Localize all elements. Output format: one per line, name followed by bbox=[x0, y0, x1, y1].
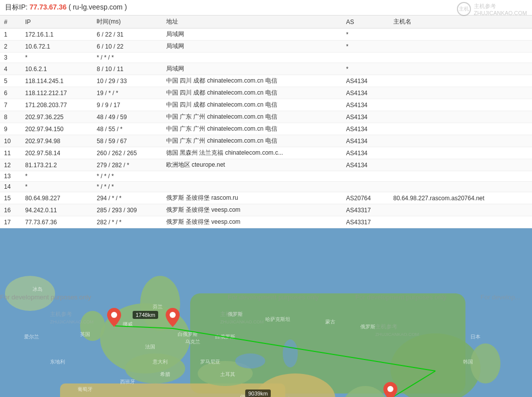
cell-ip: 202.97.58.14 bbox=[21, 147, 93, 159]
cell-as: AS4134 bbox=[342, 135, 389, 147]
svg-text:蒙古: 蒙古 bbox=[325, 319, 335, 324]
cell-num: 6 bbox=[0, 87, 21, 99]
table-row: 4 10.6.2.1 8 / 10 / 11 局域网 * bbox=[0, 63, 532, 75]
cell-as: AS4134 bbox=[342, 99, 389, 111]
map-svg: 冰岛 爱尔兰 英国 挪威 芬兰 法国 意大利 西班牙 葡萄牙 希腊 乌克兰 罗马… bbox=[0, 228, 532, 397]
traceroute-table: # IP 时间(ms) 地址 AS 主机名 1 172.16.1.1 6 / 2… bbox=[0, 16, 532, 228]
col-as: AS bbox=[342, 16, 389, 29]
cell-hostname bbox=[389, 75, 532, 87]
cell-time: * / * / * bbox=[93, 182, 162, 192]
cell-addr: 中国 广东 广州 chinatelecom.com.cn 电信 bbox=[162, 123, 342, 135]
cell-addr: 局域网 bbox=[162, 41, 342, 53]
table-row: 1 172.16.1.1 6 / 22 / 31 局域网 * bbox=[0, 29, 532, 41]
table-row: 15 80.64.98.227 294 / * / * 俄罗斯 圣彼得堡 ras… bbox=[0, 192, 532, 204]
table-row: 2 10.6.72.1 6 / 10 / 22 局域网 * bbox=[0, 41, 532, 53]
svg-text:ZHUJICANKAO.COM: ZHUJICANKAO.COM bbox=[375, 332, 419, 337]
cell-hostname bbox=[389, 135, 532, 147]
cell-ip: 202.97.94.98 bbox=[21, 135, 93, 147]
cell-as bbox=[342, 171, 389, 182]
cell-addr: 俄罗斯 圣彼得堡 veesp.com bbox=[162, 216, 342, 228]
cell-as: * bbox=[342, 29, 389, 41]
cell-ip: 10.6.2.1 bbox=[21, 63, 93, 75]
svg-point-13 bbox=[235, 353, 265, 368]
cell-ip: 77.73.67.36 bbox=[21, 216, 93, 228]
cell-time: 8 / 10 / 11 bbox=[93, 63, 162, 75]
cell-time: 294 / * / * bbox=[93, 192, 162, 204]
cell-num: 11 bbox=[0, 147, 21, 159]
cell-time: 10 / 29 / 33 bbox=[93, 75, 162, 87]
svg-text:ZHUJICANKAO.COM: ZHUJICANKAO.COM bbox=[50, 319, 94, 324]
svg-text:芬兰: 芬兰 bbox=[153, 304, 163, 309]
cell-num: 7 bbox=[0, 99, 21, 111]
svg-text:ZHUJICANKAO.COM: ZHUJICANKAO.COM bbox=[220, 319, 264, 324]
cell-ip: 172.16.1.1 bbox=[21, 29, 93, 41]
cell-ip: 118.112.212.17 bbox=[21, 87, 93, 99]
table-row: 7 171.208.203.77 9 / 9 / 17 中国 四川 成都 chi… bbox=[0, 99, 532, 111]
cell-hostname bbox=[389, 171, 532, 182]
cell-num: 16 bbox=[0, 204, 21, 216]
cell-time: * / * / * bbox=[93, 53, 162, 63]
cell-addr: 欧洲地区 cteurope.net bbox=[162, 159, 342, 171]
cell-hostname bbox=[389, 182, 532, 192]
cell-addr: 中国 四川 成都 chinatelecom.com.cn 电信 bbox=[162, 75, 342, 87]
cell-as: * bbox=[342, 41, 389, 53]
table-row: 10 202.97.94.98 58 / 59 / 67 中国 广东 广州 ch… bbox=[0, 135, 532, 147]
svg-point-63 bbox=[387, 386, 393, 392]
cell-addr: 局域网 bbox=[162, 63, 342, 75]
col-hostname: 主机名 bbox=[389, 16, 532, 29]
cell-as: AS4134 bbox=[342, 111, 389, 123]
cell-hostname bbox=[389, 111, 532, 123]
table-row: 13 * * / * / * bbox=[0, 171, 532, 182]
cell-hostname bbox=[389, 159, 532, 171]
table-row: 8 202.97.36.225 48 / 49 / 59 中国 广东 广州 ch… bbox=[0, 111, 532, 123]
pin-frankfurt bbox=[166, 308, 180, 328]
cell-hostname bbox=[389, 204, 532, 216]
svg-text:冰岛: 冰岛 bbox=[33, 286, 43, 292]
table-row: 11 202.97.58.14 260 / 262 / 265 德国 黑森州 法… bbox=[0, 147, 532, 159]
cell-hostname: 80.64.98.227.rascom.as20764.net bbox=[389, 192, 532, 204]
cell-time: * / * / * bbox=[93, 171, 162, 182]
svg-text:英国: 英国 bbox=[80, 331, 90, 337]
header: 目标IP: 77.73.67.36 ( ru-lg.veesp.com ) 主机… bbox=[0, 0, 532, 16]
cell-time: 48 / 49 / 59 bbox=[93, 111, 162, 123]
cell-hostname bbox=[389, 29, 532, 41]
cell-num: 12 bbox=[0, 159, 21, 171]
cell-addr bbox=[162, 171, 342, 182]
col-num: # bbox=[0, 16, 21, 29]
cell-hostname bbox=[389, 87, 532, 99]
cell-addr: 中国 四川 成都 chinatelecom.com.cn 电信 bbox=[162, 87, 342, 99]
cell-as: AS4134 bbox=[342, 159, 389, 171]
table-row: 17 77.73.67.36 282 / * / * 俄罗斯 圣彼得堡 vees… bbox=[0, 216, 532, 228]
svg-text:主机参考: 主机参考 bbox=[220, 311, 242, 317]
cell-as: AS4134 bbox=[342, 123, 389, 135]
cell-hostname bbox=[389, 216, 532, 228]
col-time: 时间(ms) bbox=[93, 16, 162, 29]
cell-ip: 118.114.245.1 bbox=[21, 75, 93, 87]
svg-text:爱尔兰: 爱尔兰 bbox=[24, 334, 39, 339]
cell-ip: * bbox=[21, 53, 93, 63]
cell-ip: 94.242.0.11 bbox=[21, 204, 93, 216]
cell-as: * bbox=[342, 63, 389, 75]
cell-num: 13 bbox=[0, 171, 21, 182]
cell-num: 17 bbox=[0, 216, 21, 228]
svg-text:西班牙: 西班牙 bbox=[120, 379, 135, 384]
cell-addr: 局域网 bbox=[162, 29, 342, 41]
target-domain: ( ru-lg.veesp.com ) bbox=[69, 3, 127, 11]
cell-as: AS4134 bbox=[342, 75, 389, 87]
cell-ip: * bbox=[21, 182, 93, 192]
cell-hostname bbox=[389, 63, 532, 75]
cell-time: 58 / 59 / 67 bbox=[93, 135, 162, 147]
svg-text:日本: 日本 bbox=[470, 334, 480, 339]
cell-as: AS43317 bbox=[342, 204, 389, 216]
cell-addr: 德国 黑森州 法兰克福 chinatelecom.com.c... bbox=[162, 147, 342, 159]
cell-ip: 202.97.94.150 bbox=[21, 123, 93, 135]
cell-time: 285 / 293 / 309 bbox=[93, 204, 162, 216]
cell-as: AS43317 bbox=[342, 216, 389, 228]
table-row: 12 81.173.21.2 279 / 282 / * 欧洲地区 cteuro… bbox=[0, 159, 532, 171]
cell-as bbox=[342, 53, 389, 63]
cell-ip: 171.208.203.77 bbox=[21, 99, 93, 111]
cell-ip: 81.173.21.2 bbox=[21, 159, 93, 171]
cell-time: 260 / 262 / 265 bbox=[93, 147, 162, 159]
cell-as: AS4134 bbox=[342, 147, 389, 159]
col-ip: IP bbox=[21, 16, 93, 29]
